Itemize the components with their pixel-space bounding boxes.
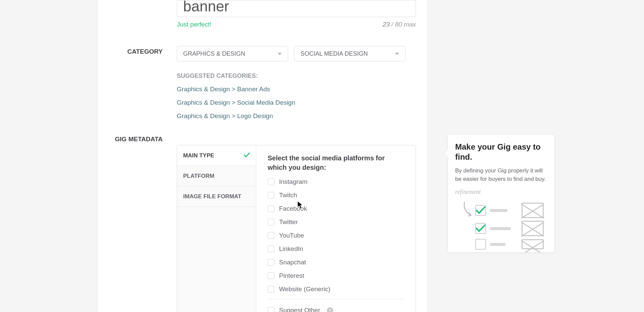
suggested-category-link[interactable]: Graphics & Design > Banner Ads	[177, 86, 295, 93]
gig-title-input[interactable]	[177, 0, 416, 17]
tip-title: Make your Gig easy to find.	[455, 142, 547, 162]
checkbox-label: LinkedIn	[279, 245, 303, 253]
suggested-categories: SUGGESTED CATEGORIES: Graphics & Design …	[177, 72, 295, 126]
checkbox-icon	[268, 192, 274, 199]
illus-check-icon	[475, 205, 486, 216]
arrow-icon	[461, 201, 476, 218]
platform-checkbox-website-generic[interactable]: Website (Generic)	[268, 285, 404, 293]
tab-image-file-format[interactable]: IMAGE FILE FORMAT	[177, 187, 256, 207]
category-primary-select[interactable]: GRAPHICS & DESIGN	[177, 46, 288, 61]
gig-metadata-box: MAIN TYPE PLATFORM IMAGE FILE FORMAT Sel…	[177, 145, 416, 312]
suggested-category-link[interactable]: Graphics & Design > Social Media Design	[177, 99, 295, 106]
checkbox-icon	[268, 232, 274, 239]
checkbox-icon	[268, 259, 274, 266]
illus-line	[490, 227, 511, 230]
platform-checkbox-youtube[interactable]: YouTube	[268, 232, 404, 239]
help-icon[interactable]: ?	[327, 307, 333, 312]
tab-label: PLATFORM	[183, 173, 214, 179]
tab-label: MAIN TYPE	[183, 152, 214, 159]
page-root: Just perfect! 23 / 80 max CATEGORY GRAPH…	[0, 0, 644, 312]
checkbox-label: Instagram	[279, 178, 307, 186]
refinement-label: refinement	[455, 189, 481, 195]
checkbox-label: Twitter	[279, 218, 298, 226]
illus-card-icon	[522, 203, 544, 218]
platform-checkbox-instagram[interactable]: Instagram	[268, 178, 404, 186]
platform-checkbox-twitch[interactable]: Twitch	[268, 192, 404, 199]
checkbox-label: Snapchat	[279, 259, 306, 266]
tab-label: IMAGE FILE FORMAT	[183, 193, 241, 200]
title-char-count: 23 / 80 max	[383, 21, 416, 28]
chevron-down-icon	[278, 53, 282, 55]
illus-line	[490, 243, 505, 246]
tip-body: By defining your Gig properly it will be…	[455, 167, 547, 183]
tab-main-type[interactable]: MAIN TYPE	[177, 145, 256, 166]
checkbox-icon	[268, 307, 274, 312]
chevron-down-icon	[395, 53, 399, 55]
illus-line	[490, 209, 507, 212]
checkbox-label: Twitch	[279, 192, 297, 199]
illus-check-icon	[475, 223, 486, 234]
checkbox-label: Pinterest	[279, 272, 304, 279]
checkbox-label: Suggest Other	[279, 307, 320, 312]
category-label: CATEGORY	[97, 48, 163, 55]
platform-checkbox-linkedin[interactable]: LinkedIn	[268, 245, 404, 253]
suggested-categories-title: SUGGESTED CATEGORIES:	[177, 72, 295, 80]
gig-metadata-label: GIG METADATA	[97, 136, 163, 143]
illus-check-icon	[475, 239, 486, 250]
checkbox-icon	[268, 246, 274, 252]
tip-card: Make your Gig easy to find. By defining …	[447, 134, 555, 253]
category-primary-value: GRAPHICS & DESIGN	[183, 50, 245, 57]
category-selects: GRAPHICS & DESIGN SOCIAL MEDIA DESIGN	[177, 46, 406, 61]
checkbox-label: Facebook	[279, 205, 307, 212]
checkbox-icon	[268, 205, 274, 212]
platform-checkbox-twitter[interactable]: Twitter	[268, 218, 404, 226]
metadata-panel-title: Select the social media platforms for wh…	[268, 153, 404, 172]
tab-platform[interactable]: PLATFORM	[177, 166, 256, 187]
checkbox-icon	[268, 286, 274, 293]
platform-checkbox-suggest-other[interactable]: Suggest Other ?	[268, 307, 404, 312]
checkbox-label: YouTube	[279, 232, 304, 239]
illus-card-icon	[522, 239, 544, 249]
checkbox-icon	[268, 272, 274, 279]
platform-checkbox-snapchat[interactable]: Snapchat	[268, 259, 404, 266]
check-icon	[244, 152, 250, 159]
checkbox-icon	[268, 219, 274, 225]
metadata-content: Select the social media platforms for wh…	[256, 145, 416, 312]
divider	[268, 299, 404, 299]
illus-card-icon	[522, 221, 544, 236]
platform-checkbox-facebook[interactable]: Facebook	[268, 205, 404, 212]
category-secondary-value: SOCIAL MEDIA DESIGN	[301, 50, 368, 57]
title-meta: Just perfect! 23 / 80 max	[177, 21, 416, 28]
checkbox-icon	[268, 178, 274, 185]
suggested-category-link[interactable]: Graphics & Design > Logo Design	[177, 112, 295, 120]
title-success-message: Just perfect!	[177, 21, 212, 28]
platform-checkbox-pinterest[interactable]: Pinterest	[268, 272, 404, 279]
category-secondary-select[interactable]: SOCIAL MEDIA DESIGN	[294, 46, 406, 61]
checkbox-label: Website (Generic)	[279, 285, 330, 293]
metadata-tabs: MAIN TYPE PLATFORM IMAGE FILE FORMAT	[177, 145, 256, 312]
tip-illustration: refinement	[455, 189, 547, 252]
